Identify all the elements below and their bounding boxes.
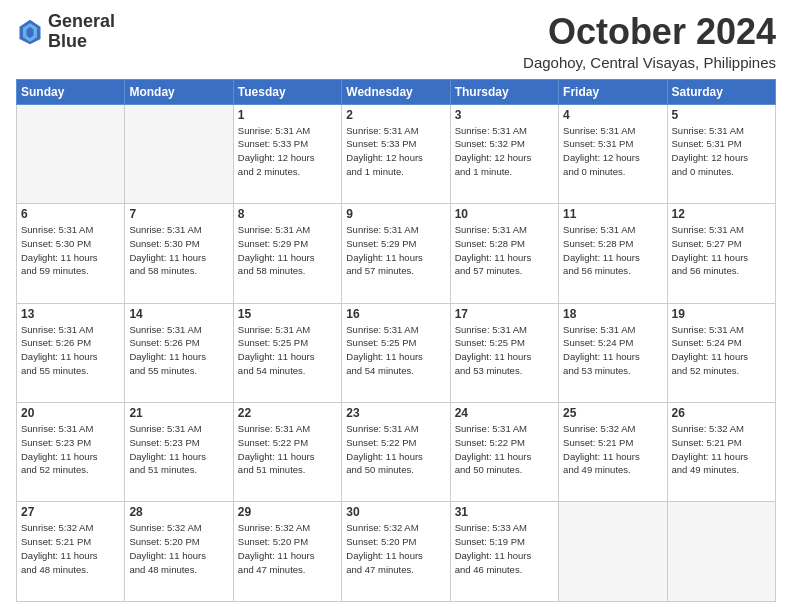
day-number: 30 <box>346 505 445 519</box>
day-info: Sunrise: 5:32 AM Sunset: 5:20 PM Dayligh… <box>346 521 445 576</box>
page: General Blue October 2024 Dagohoy, Centr… <box>0 0 792 612</box>
day-number: 8 <box>238 207 337 221</box>
day-info: Sunrise: 5:32 AM Sunset: 5:20 PM Dayligh… <box>129 521 228 576</box>
day-number: 11 <box>563 207 662 221</box>
day-number: 6 <box>21 207 120 221</box>
day-info: Sunrise: 5:31 AM Sunset: 5:26 PM Dayligh… <box>129 323 228 378</box>
day-cell: 1Sunrise: 5:31 AM Sunset: 5:33 PM Daylig… <box>233 104 341 203</box>
week-row-2: 6Sunrise: 5:31 AM Sunset: 5:30 PM Daylig… <box>17 204 776 303</box>
week-row-4: 20Sunrise: 5:31 AM Sunset: 5:23 PM Dayli… <box>17 403 776 502</box>
day-number: 27 <box>21 505 120 519</box>
day-info: Sunrise: 5:32 AM Sunset: 5:21 PM Dayligh… <box>21 521 120 576</box>
day-cell: 30Sunrise: 5:32 AM Sunset: 5:20 PM Dayli… <box>342 502 450 602</box>
col-header-sunday: Sunday <box>17 79 125 104</box>
day-cell: 29Sunrise: 5:32 AM Sunset: 5:20 PM Dayli… <box>233 502 341 602</box>
day-info: Sunrise: 5:31 AM Sunset: 5:30 PM Dayligh… <box>21 223 120 278</box>
day-cell: 26Sunrise: 5:32 AM Sunset: 5:21 PM Dayli… <box>667 403 775 502</box>
day-cell: 5Sunrise: 5:31 AM Sunset: 5:31 PM Daylig… <box>667 104 775 203</box>
week-row-1: 1Sunrise: 5:31 AM Sunset: 5:33 PM Daylig… <box>17 104 776 203</box>
day-number: 14 <box>129 307 228 321</box>
day-number: 16 <box>346 307 445 321</box>
day-info: Sunrise: 5:31 AM Sunset: 5:24 PM Dayligh… <box>563 323 662 378</box>
logo-text: General Blue <box>48 12 115 52</box>
day-number: 24 <box>455 406 554 420</box>
day-number: 26 <box>672 406 771 420</box>
day-number: 25 <box>563 406 662 420</box>
day-info: Sunrise: 5:32 AM Sunset: 5:20 PM Dayligh… <box>238 521 337 576</box>
day-cell: 13Sunrise: 5:31 AM Sunset: 5:26 PM Dayli… <box>17 303 125 402</box>
day-info: Sunrise: 5:31 AM Sunset: 5:26 PM Dayligh… <box>21 323 120 378</box>
day-info: Sunrise: 5:31 AM Sunset: 5:32 PM Dayligh… <box>455 124 554 179</box>
month-title: October 2024 <box>523 12 776 52</box>
day-number: 19 <box>672 307 771 321</box>
day-number: 4 <box>563 108 662 122</box>
day-number: 22 <box>238 406 337 420</box>
day-info: Sunrise: 5:32 AM Sunset: 5:21 PM Dayligh… <box>563 422 662 477</box>
col-header-friday: Friday <box>559 79 667 104</box>
col-header-thursday: Thursday <box>450 79 558 104</box>
day-number: 9 <box>346 207 445 221</box>
day-cell: 22Sunrise: 5:31 AM Sunset: 5:22 PM Dayli… <box>233 403 341 502</box>
day-number: 28 <box>129 505 228 519</box>
day-cell: 15Sunrise: 5:31 AM Sunset: 5:25 PM Dayli… <box>233 303 341 402</box>
day-cell: 7Sunrise: 5:31 AM Sunset: 5:30 PM Daylig… <box>125 204 233 303</box>
day-cell <box>667 502 775 602</box>
day-number: 31 <box>455 505 554 519</box>
day-cell: 10Sunrise: 5:31 AM Sunset: 5:28 PM Dayli… <box>450 204 558 303</box>
col-header-tuesday: Tuesday <box>233 79 341 104</box>
logo: General Blue <box>16 12 115 52</box>
day-info: Sunrise: 5:31 AM Sunset: 5:25 PM Dayligh… <box>455 323 554 378</box>
day-info: Sunrise: 5:31 AM Sunset: 5:27 PM Dayligh… <box>672 223 771 278</box>
day-info: Sunrise: 5:31 AM Sunset: 5:28 PM Dayligh… <box>455 223 554 278</box>
logo-icon <box>16 18 44 46</box>
day-cell: 23Sunrise: 5:31 AM Sunset: 5:22 PM Dayli… <box>342 403 450 502</box>
day-number: 2 <box>346 108 445 122</box>
day-cell <box>17 104 125 203</box>
day-cell: 19Sunrise: 5:31 AM Sunset: 5:24 PM Dayli… <box>667 303 775 402</box>
day-info: Sunrise: 5:31 AM Sunset: 5:33 PM Dayligh… <box>346 124 445 179</box>
day-cell: 17Sunrise: 5:31 AM Sunset: 5:25 PM Dayli… <box>450 303 558 402</box>
day-info: Sunrise: 5:31 AM Sunset: 5:25 PM Dayligh… <box>346 323 445 378</box>
day-info: Sunrise: 5:31 AM Sunset: 5:31 PM Dayligh… <box>563 124 662 179</box>
day-number: 29 <box>238 505 337 519</box>
day-cell: 21Sunrise: 5:31 AM Sunset: 5:23 PM Dayli… <box>125 403 233 502</box>
col-header-wednesday: Wednesday <box>342 79 450 104</box>
day-info: Sunrise: 5:31 AM Sunset: 5:22 PM Dayligh… <box>346 422 445 477</box>
day-number: 7 <box>129 207 228 221</box>
day-cell: 18Sunrise: 5:31 AM Sunset: 5:24 PM Dayli… <box>559 303 667 402</box>
day-info: Sunrise: 5:33 AM Sunset: 5:19 PM Dayligh… <box>455 521 554 576</box>
day-number: 23 <box>346 406 445 420</box>
day-number: 21 <box>129 406 228 420</box>
day-info: Sunrise: 5:31 AM Sunset: 5:22 PM Dayligh… <box>455 422 554 477</box>
day-info: Sunrise: 5:32 AM Sunset: 5:21 PM Dayligh… <box>672 422 771 477</box>
day-cell: 2Sunrise: 5:31 AM Sunset: 5:33 PM Daylig… <box>342 104 450 203</box>
day-cell: 8Sunrise: 5:31 AM Sunset: 5:29 PM Daylig… <box>233 204 341 303</box>
day-info: Sunrise: 5:31 AM Sunset: 5:30 PM Dayligh… <box>129 223 228 278</box>
day-info: Sunrise: 5:31 AM Sunset: 5:23 PM Dayligh… <box>21 422 120 477</box>
day-number: 15 <box>238 307 337 321</box>
day-cell: 11Sunrise: 5:31 AM Sunset: 5:28 PM Dayli… <box>559 204 667 303</box>
day-cell: 24Sunrise: 5:31 AM Sunset: 5:22 PM Dayli… <box>450 403 558 502</box>
day-info: Sunrise: 5:31 AM Sunset: 5:31 PM Dayligh… <box>672 124 771 179</box>
day-cell: 14Sunrise: 5:31 AM Sunset: 5:26 PM Dayli… <box>125 303 233 402</box>
day-cell: 28Sunrise: 5:32 AM Sunset: 5:20 PM Dayli… <box>125 502 233 602</box>
col-header-saturday: Saturday <box>667 79 775 104</box>
day-cell: 3Sunrise: 5:31 AM Sunset: 5:32 PM Daylig… <box>450 104 558 203</box>
day-info: Sunrise: 5:31 AM Sunset: 5:28 PM Dayligh… <box>563 223 662 278</box>
day-info: Sunrise: 5:31 AM Sunset: 5:33 PM Dayligh… <box>238 124 337 179</box>
day-info: Sunrise: 5:31 AM Sunset: 5:24 PM Dayligh… <box>672 323 771 378</box>
calendar-table: SundayMondayTuesdayWednesdayThursdayFrid… <box>16 79 776 602</box>
day-number: 20 <box>21 406 120 420</box>
location: Dagohoy, Central Visayas, Philippines <box>523 54 776 71</box>
week-row-5: 27Sunrise: 5:32 AM Sunset: 5:21 PM Dayli… <box>17 502 776 602</box>
day-cell <box>125 104 233 203</box>
day-cell: 27Sunrise: 5:32 AM Sunset: 5:21 PM Dayli… <box>17 502 125 602</box>
day-number: 10 <box>455 207 554 221</box>
day-info: Sunrise: 5:31 AM Sunset: 5:25 PM Dayligh… <box>238 323 337 378</box>
day-cell: 9Sunrise: 5:31 AM Sunset: 5:29 PM Daylig… <box>342 204 450 303</box>
day-cell <box>559 502 667 602</box>
day-cell: 12Sunrise: 5:31 AM Sunset: 5:27 PM Dayli… <box>667 204 775 303</box>
day-cell: 31Sunrise: 5:33 AM Sunset: 5:19 PM Dayli… <box>450 502 558 602</box>
day-number: 18 <box>563 307 662 321</box>
day-number: 3 <box>455 108 554 122</box>
